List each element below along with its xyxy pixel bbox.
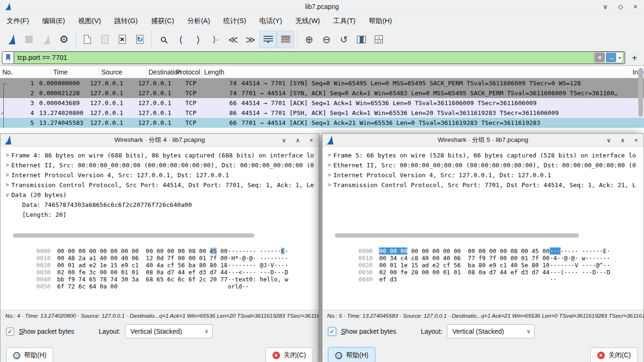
tree-row[interactable]: Data: 74657874303a68656c6c6f2c20776f726c… [3,200,319,210]
capture-toolbar-group [3,31,73,48]
menu-item[interactable]: 帮助(H) [369,16,392,25]
scrollbar-thumb[interactable] [335,233,579,238]
stop-capture[interactable] [20,31,38,48]
packet-row[interactable]: 1 0.000000000 127.0.0.1 127.0.0.1 TCP 74… [0,78,644,88]
minimize-icon[interactable]: ∨ [603,3,608,10]
add-filter-button[interactable]: + [629,52,640,63]
tree-row[interactable]: > Transmission Control Protocol, Src Por… [325,180,644,190]
layout-select[interactable]: Vertical (Stacked) ∨ [447,324,535,338]
show-packet-bytes-checkbox[interactable] [6,328,14,336]
save-file[interactable] [96,31,114,48]
menu-item[interactable]: 统计(S) [223,16,246,25]
filter-bookmark-icon[interactable] [2,52,14,64]
expander-icon[interactable] [17,200,22,210]
capture-options[interactable] [55,31,73,48]
close-file[interactable] [114,31,131,48]
close-button[interactable]: 关闭(C) [265,347,313,362]
tree-row[interactable]: > Ethernet II, Src: 00:00:00_00:00:00 (0… [325,160,644,170]
help-button[interactable]: 帮助(H) [6,347,53,362]
column-header[interactable]: Time [51,66,99,78]
close-icon[interactable]: × [634,137,638,144]
hex-row[interactable]: 000000 00 00 00 00 00 00 00 00 00 00 00 … [8,240,319,247]
auto-scroll[interactable] [259,31,277,48]
menu-item[interactable]: 捕获(C) [151,16,174,25]
maximize-icon[interactable]: ◇ [618,3,623,10]
expander-icon[interactable]: > [325,160,333,170]
reload-file[interactable] [131,31,149,48]
start-capture[interactable] [3,31,20,48]
zoom-out[interactable] [318,31,335,48]
restart-capture[interactable] [38,31,55,48]
menu-item[interactable]: 分析(A) [187,16,210,25]
menu-item[interactable]: 无线(W) [295,16,320,25]
close-icon[interactable]: × [634,3,637,10]
display-filter-input[interactable]: tcp.port == 7701 × → ▾ [2,51,625,64]
layout-select[interactable]: Vertical (Stacked) ∨ [125,324,213,338]
tree-row[interactable]: > Internet Protocol Version 4, Src: 127.… [3,170,319,180]
zoom-reset[interactable] [335,31,353,48]
go-to-packet[interactable] [207,31,224,48]
help-button[interactable]: 帮助(H) [328,347,375,362]
packet-row[interactable]: 5 13.274045583 127.0.0.1 127.0.0.1 TCP 6… [0,118,644,128]
expander-icon[interactable]: > [325,180,333,190]
menu-item[interactable]: 文件(F) [7,16,29,25]
filter-dropdown-icon[interactable]: ▾ [617,55,622,60]
tree-row[interactable]: v Data (20 bytes) [3,190,319,200]
maximize-icon[interactable]: ∧ [620,137,625,144]
maximize-icon[interactable]: ∧ [296,137,300,144]
close-button[interactable]: 关闭(C) [590,347,638,362]
expander-icon[interactable]: > [3,160,11,170]
packet-row[interactable]: 4 13.274020800 127.0.0.1 127.0.0.1 TCP 8… [0,108,644,118]
previous-packet[interactable] [172,31,190,48]
minimize-icon[interactable]: ∨ [281,137,286,144]
tree-row[interactable]: [Length: 20] [3,210,319,220]
packet-row[interactable]: 3 0.000043689 127.0.0.1 127.0.0.1 TCP 66… [0,98,644,108]
open-file[interactable] [79,31,96,48]
menu-item[interactable]: 跳转(G) [114,16,138,25]
colorize[interactable] [277,31,294,48]
find-packet[interactable] [155,31,172,48]
scrollbar-thumb[interactable] [638,68,643,117]
column-header[interactable]: Length [202,66,630,78]
zoom-in[interactable] [300,31,318,48]
tree-row[interactable]: > Frame 4: 86 bytes on wire (688 bits), … [3,150,319,160]
column-header[interactable]: Destination [146,66,173,78]
expander-icon[interactable]: > [3,170,11,180]
scrollbar-thumb[interactable] [13,233,255,238]
menu-item[interactable]: 编辑(E) [42,16,65,25]
menu-item[interactable]: 工具(T) [333,16,356,25]
expander-icon[interactable]: > [325,170,333,180]
expander-icon[interactable]: > [3,150,11,160]
tree-row[interactable]: > Frame 5: 66 bytes on wire (528 bits), … [325,150,644,160]
expander-icon[interactable]: > [325,150,333,160]
tree-row[interactable]: > Transmission Control Protocol, Src Por… [3,180,319,190]
filter-value[interactable]: tcp.port == 7701 [14,54,594,61]
last-packet[interactable] [242,31,259,48]
expander-icon[interactable]: > [3,180,11,190]
next-packet[interactable] [190,31,207,48]
filter-bar: tcp.port == 7701 × → ▾ + [0,50,644,66]
resize-columns[interactable] [353,31,370,48]
filter-clear-icon[interactable]: × [594,53,605,62]
hex-horizontal-scrollbar[interactable] [322,231,644,239]
first-packet[interactable] [224,31,242,48]
column-header[interactable]: No. [0,66,51,78]
filter-apply-icon[interactable]: → [606,53,616,62]
tree-row[interactable]: > Internet Protocol Version 4, Src: 127.… [325,170,644,180]
minimize-icon[interactable]: ∨ [606,137,611,144]
menu-item[interactable]: 电话(Y) [259,16,282,25]
column-header[interactable]: Source [99,66,146,78]
column-header[interactable]: Protocol [173,66,202,78]
expander-icon[interactable] [17,210,22,220]
packet-row[interactable]: 2 0.000021228 127.0.0.1 127.0.0.1 TCP 74… [0,88,644,98]
show-packet-bytes-checkbox[interactable] [328,328,336,336]
layout-label: Layout: [99,328,121,335]
close-icon[interactable]: × [309,137,313,144]
hex-row[interactable]: 000000 00 00 00 00 00 00 00 00 00 00 00 … [330,240,644,247]
menu-item[interactable]: 视图(V) [78,16,101,25]
hex-horizontal-scrollbar[interactable] [0,231,319,239]
column-layout[interactable] [370,31,388,48]
conversation-mark-icon [0,118,8,128]
expander-icon[interactable]: v [3,190,11,200]
tree-row[interactable]: > Ethernet II, Src: 00:00:00_00:00:00 (0… [3,160,319,170]
